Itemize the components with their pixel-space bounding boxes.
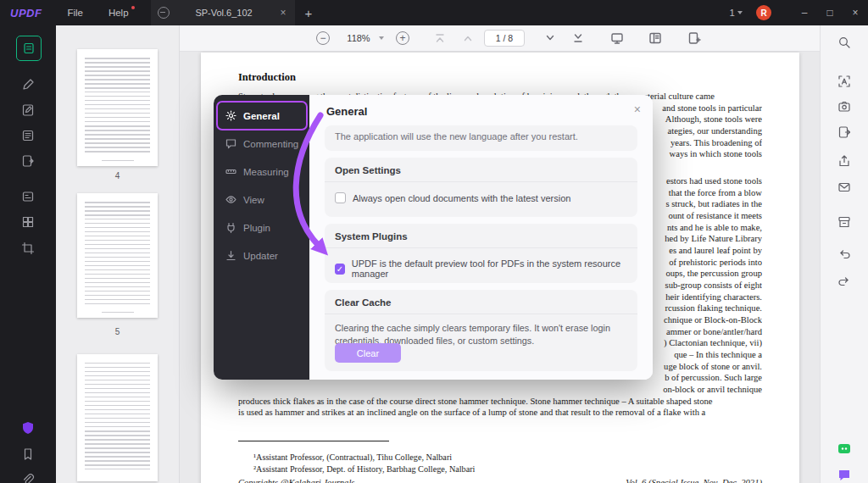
next-page-button[interactable] xyxy=(543,25,557,51)
clear-cache-button[interactable]: Clear xyxy=(335,343,401,363)
footnote-2: ²Assistant Professor, Dept. of History, … xyxy=(253,464,475,474)
dialog-close-icon[interactable]: × xyxy=(634,103,641,116)
page-thumbnail-6[interactable] xyxy=(77,354,158,481)
ocr-icon[interactable] xyxy=(832,69,856,93)
search-icon[interactable] xyxy=(832,31,856,54)
language-note-card: The application will use the new languag… xyxy=(325,125,637,151)
file-menu[interactable]: File xyxy=(67,8,83,18)
bookmark-icon[interactable] xyxy=(16,442,40,466)
chat-icon[interactable] xyxy=(832,464,856,483)
page-thumbnail-5[interactable] xyxy=(77,193,158,318)
settings-menu-updater[interactable]: Updater xyxy=(214,242,309,269)
document-heading: Introduction xyxy=(238,71,296,84)
share-icon[interactable] xyxy=(832,149,856,173)
page-thumbnails-icon[interactable] xyxy=(16,36,42,61)
settings-menu-plugin[interactable]: Plugin xyxy=(214,214,309,242)
minimize-button[interactable]: – xyxy=(792,7,817,19)
thumbnail-panel: 4 5 xyxy=(56,25,180,483)
ai-assistant-icon[interactable] xyxy=(832,437,856,461)
settings-dialog: General Commenting Measuring View Plugin… xyxy=(214,95,653,380)
settings-menu-view[interactable]: View xyxy=(214,186,309,214)
zoom-out-button[interactable]: − xyxy=(316,31,330,45)
open-settings-card: Open Settings Always open cloud document… xyxy=(325,158,637,217)
redo-icon[interactable] xyxy=(832,269,856,293)
send-email-icon[interactable] xyxy=(832,175,856,199)
edit-pdf-icon[interactable] xyxy=(16,98,40,122)
default-preview-checkbox-label: UPDF is the default preview tool for PDF… xyxy=(352,258,627,279)
document-text-line: is used as hammer and strikes at an incl… xyxy=(238,408,762,417)
user-avatar[interactable]: R xyxy=(756,5,771,20)
menu-item-label: Commenting xyxy=(243,139,298,149)
zoom-dropdown-icon[interactable] xyxy=(379,36,384,40)
page-layout-icon[interactable] xyxy=(648,25,663,51)
menu-item-label: Plugin xyxy=(243,223,270,233)
thumbnail-footnote-line xyxy=(102,160,134,162)
page-thumbnail-4[interactable] xyxy=(77,49,158,166)
clear-cache-card: Clear Cache Clearing the cache simply cl… xyxy=(325,290,637,371)
menu-item-label: View xyxy=(243,195,264,205)
document-tab[interactable]: SP-Vol.6_102 × xyxy=(151,0,295,25)
document-text-line: produces thick flakes as in the case of … xyxy=(238,397,762,406)
thumbnail-text-lines xyxy=(85,202,150,306)
convert-icon[interactable] xyxy=(16,149,40,173)
help-menu[interactable]: Help xyxy=(108,8,129,18)
add-page-icon[interactable] xyxy=(687,25,702,51)
maximize-button[interactable]: □ xyxy=(817,7,843,19)
system-plugins-title: System Plugins xyxy=(325,224,637,248)
restart-note: The application will use the new languag… xyxy=(325,125,637,147)
thumbnail-footnote-line xyxy=(102,312,134,314)
open-cloud-checkbox[interactable] xyxy=(335,192,346,203)
undo-icon[interactable] xyxy=(832,242,856,266)
export-icon[interactable] xyxy=(832,120,856,144)
footnote-separator xyxy=(238,441,389,441)
settings-menu-general[interactable]: General xyxy=(214,102,309,130)
organize-pages-icon[interactable] xyxy=(16,210,40,234)
left-tool-rail xyxy=(0,25,56,483)
menu-item-label: General xyxy=(243,111,280,121)
previous-page-button[interactable] xyxy=(461,25,475,51)
dialog-title: General xyxy=(326,105,367,118)
open-settings-title: Open Settings xyxy=(325,158,637,182)
thumbnail-label-5: 5 xyxy=(56,327,179,336)
footnote-1: ¹Assistant Professor, (Contractual), Tih… xyxy=(253,452,452,462)
page-number-input[interactable]: 1 / 8 xyxy=(484,30,525,47)
zoom-in-button[interactable]: + xyxy=(396,31,409,45)
archive-icon[interactable] xyxy=(832,210,856,234)
tab-title: SP-Vol.6_102 xyxy=(170,8,279,18)
volume-text: Vol. 6 (Special Issue, Nov.-Dec. 2021) xyxy=(626,478,762,483)
crop-icon[interactable] xyxy=(16,236,40,260)
thumbnail-text-lines xyxy=(85,363,150,469)
protect-icon[interactable] xyxy=(16,416,40,440)
settings-menu-commenting[interactable]: Commenting xyxy=(214,130,309,158)
annotate-icon[interactable] xyxy=(16,73,40,97)
default-preview-checkbox[interactable] xyxy=(335,264,345,275)
view-toolbar: − 118% + 1 / 8 xyxy=(179,25,821,52)
document-text-line: on-block or anvil technique xyxy=(238,385,762,394)
tab-file-icon xyxy=(158,7,170,19)
menu-item-label: Measuring xyxy=(243,167,289,177)
clear-cache-title: Clear Cache xyxy=(325,290,637,314)
help-notification-dot xyxy=(131,6,135,9)
settings-menu-measuring[interactable]: Measuring xyxy=(214,158,309,186)
right-tool-rail xyxy=(820,25,868,483)
snapshot-icon[interactable] xyxy=(832,95,856,119)
close-button[interactable]: × xyxy=(843,7,868,19)
document-count-dropdown[interactable]: 1 xyxy=(730,8,743,18)
last-page-button[interactable] xyxy=(571,25,585,51)
new-tab-button[interactable]: + xyxy=(305,6,313,20)
tab-close-icon[interactable]: × xyxy=(279,7,288,19)
attachment-icon[interactable] xyxy=(16,468,40,483)
updf-logo: UPDF xyxy=(10,7,42,19)
thumbnail-label-4: 4 xyxy=(56,171,179,180)
chevron-down-icon xyxy=(737,11,743,14)
thumbnail-text-lines xyxy=(85,58,150,154)
settings-menu: General Commenting Measuring View Plugin… xyxy=(214,95,309,380)
open-cloud-checkbox-label: Always open cloud documents with the lat… xyxy=(353,193,570,203)
title-bar: UPDF File Help SP-Vol.6_102 × + 1 R – □ … xyxy=(0,0,868,25)
system-plugins-card: System Plugins UPDF is the default previ… xyxy=(325,224,637,283)
presentation-mode-icon[interactable] xyxy=(609,25,625,51)
copyright-text: Copyrights @Kalahari Journals xyxy=(238,478,354,483)
forms-icon[interactable] xyxy=(16,185,40,208)
reader-icon[interactable] xyxy=(16,124,40,147)
first-page-button[interactable] xyxy=(433,25,447,51)
